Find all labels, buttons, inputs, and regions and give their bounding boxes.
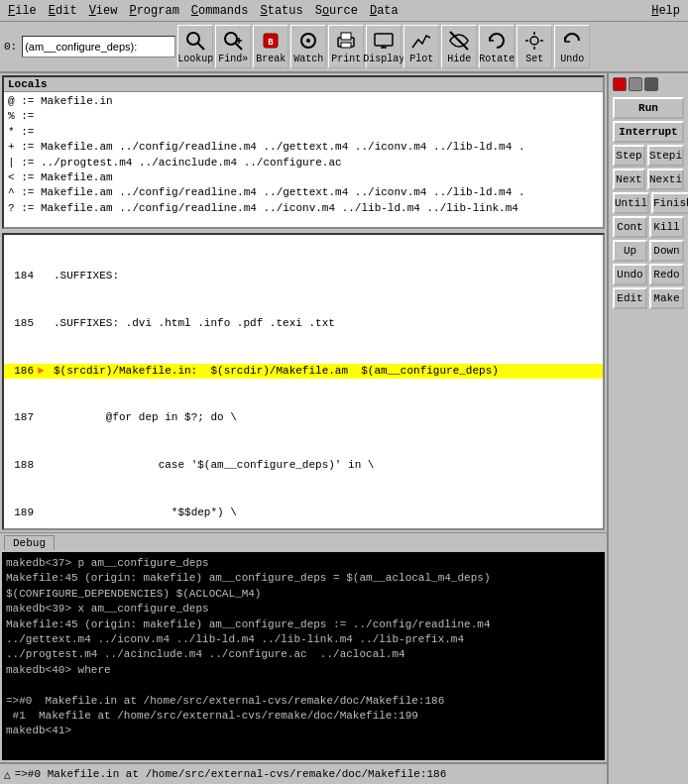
toolbar-lookup-label: Lookup (177, 54, 213, 64)
terminal-line: makedb<37> p am__configure_deps (6, 556, 601, 571)
stack-label: 0: (4, 41, 17, 53)
until-row: Until Finish (613, 192, 684, 214)
terminal-line: Makefile:45 (origin: makefile) am__confi… (6, 617, 601, 632)
menu-source[interactable]: Source (309, 2, 364, 20)
toolbar-undo-label: Undo (560, 54, 584, 64)
dot-gray (629, 77, 642, 91)
code-line-189: 189 *$$dep*) \ (4, 505, 603, 521)
toolbar-display-label: Display (363, 54, 404, 64)
svg-line-3 (235, 43, 242, 50)
watch-icon (296, 29, 320, 53)
toolbar-btn-print[interactable]: Print (328, 25, 364, 68)
stepi-button[interactable]: Stepi (647, 145, 684, 167)
make-button[interactable]: Make (649, 287, 684, 309)
terminal-line: $(CONFIGURE_DEPENDENCIES) $(ACLOCAL_M4) (6, 587, 601, 602)
list-item: % := (8, 109, 599, 124)
run-button[interactable]: Run (613, 97, 684, 119)
find-icon (221, 29, 245, 53)
up-button[interactable]: Up (613, 240, 647, 262)
set-icon (522, 29, 546, 53)
kill-button[interactable]: Kill (649, 216, 684, 238)
toolbar-btn-set[interactable]: Set (516, 25, 552, 68)
code-line-187: 187 @for dep in $?; do \ (4, 410, 603, 426)
editmake-row: Edit Make (613, 287, 684, 309)
code-panel[interactable]: 184 .SUFFIXES: 185 .SUFFIXES: .dvi .html… (2, 233, 605, 530)
toolbar-btn-watch[interactable]: Watch (290, 25, 326, 68)
locals-title: Locals (4, 77, 603, 92)
toolbar-btn-plot[interactable]: Plot (403, 25, 439, 68)
break-icon: B (259, 29, 283, 53)
menu-data[interactable]: Data (364, 2, 404, 20)
terminal-panel: makedb<37> p am__configure_deps Makefile… (2, 552, 605, 760)
list-item: ^ := Makefile.am ../config/readline.m4 .… (8, 185, 599, 200)
redo-button[interactable]: Redo (649, 264, 684, 285)
terminal-line: makedb<41> (6, 724, 601, 738)
interrupt-button[interactable]: Interrupt (613, 121, 684, 143)
left-panel: Locals @ := Makefile.in % := * := + := M… (0, 73, 607, 784)
toolbar-btn-display[interactable]: Display (366, 25, 401, 68)
terminal-line: ../gettext.m4 ../iconv.m4 ../lib-ld.m4 .… (6, 632, 601, 647)
list-item: + := Makefile.am ../config/readline.m4 .… (8, 140, 599, 155)
toolbar-btn-undo[interactable]: Undo (554, 25, 590, 68)
toolbar-btn-break[interactable]: B Break (253, 25, 288, 68)
toolbar-stack: 0: (4, 36, 175, 57)
edit-button[interactable]: Edit (613, 287, 647, 309)
menu-commands[interactable]: Commands (185, 2, 255, 20)
menu-file[interactable]: File (2, 2, 43, 20)
toolbar: 0: Lookup Find» B Break Watch Print (0, 22, 688, 73)
menu-view[interactable]: View (83, 2, 124, 20)
tab-debug[interactable]: Debug (4, 535, 55, 550)
cont-button[interactable]: Cont (613, 216, 647, 238)
toolbar-btn-lookup[interactable]: Lookup (177, 25, 213, 68)
menu-edit[interactable]: Edit (43, 2, 83, 20)
terminal-line: ../progtest.m4 ../acinclude.m4 ../config… (6, 647, 601, 662)
locals-content: @ := Makefile.in % := * := + := Makefile… (4, 92, 603, 218)
right-top-bar (613, 77, 684, 91)
toolbar-watch-label: Watch (293, 54, 323, 64)
code-line-185: 185 .SUFFIXES: .dvi .html .info .pdf .te… (4, 316, 603, 332)
menu-status[interactable]: Status (254, 2, 308, 20)
right-panel: Run Interrupt Step Stepi Next Nexti Unti… (607, 73, 688, 784)
code-line-184: 184 .SUFFIXES: (4, 269, 603, 284)
terminal-line: makedb<40> where (6, 663, 601, 678)
down-button[interactable]: Down (649, 240, 684, 262)
finish-button[interactable]: Finish (651, 192, 688, 214)
terminal-line: =>#0 Makefile.in at /home/src/external-c… (6, 694, 601, 709)
list-item: < := Makefile.am (8, 170, 599, 185)
toolbar-print-label: Print (331, 54, 361, 64)
menubar: File Edit View Program Commands Status S… (0, 0, 688, 22)
stack-dropdown[interactable] (22, 36, 175, 57)
status-arrow: △ (4, 768, 11, 781)
status-bar: △ =>#0 Makefile.in at /home/src/external… (0, 762, 607, 784)
list-item: ? := Makefile.am ../config/readline.m4 .… (8, 201, 599, 216)
print-icon (334, 29, 358, 53)
main-container: Locals @ := Makefile.in % := * := + := M… (0, 73, 688, 784)
debug-tab-bar: Debug (0, 532, 607, 550)
menu-program[interactable]: Program (123, 2, 184, 20)
hide-icon (447, 29, 471, 53)
dot-red (613, 77, 627, 91)
toolbar-btn-hide[interactable]: Hide (441, 25, 477, 68)
menu-help[interactable]: Help (645, 2, 686, 20)
step-row: Step Stepi (613, 145, 684, 167)
next-button[interactable]: Next (613, 168, 645, 190)
svg-rect-13 (375, 34, 393, 46)
undoredo-row: Undo Redo (613, 264, 684, 285)
toolbar-hide-label: Hide (447, 54, 471, 64)
list-item: * := (8, 125, 599, 140)
code-line-186: 186 ► $(srcdir)/Makefile.in: $(srcdir)/M… (4, 364, 603, 380)
svg-point-17 (530, 37, 538, 45)
nexti-button[interactable]: Nexti (647, 168, 684, 190)
until-button[interactable]: Until (613, 192, 649, 214)
toolbar-btn-rotate[interactable]: Rotate (479, 25, 515, 68)
dot-darkgray (644, 77, 658, 91)
terminal-line: makedb<39> x am__configure_deps (6, 602, 601, 616)
svg-text:B: B (269, 38, 275, 48)
toolbar-btn-find[interactable]: Find» (215, 25, 251, 68)
toolbar-set-label: Set (525, 54, 543, 64)
lookup-icon (183, 29, 207, 53)
locals-panel: Locals @ := Makefile.in % := * := + := M… (2, 75, 605, 229)
list-item: | := ../progtest.m4 ../acinclude.m4 ../c… (8, 156, 599, 170)
undo-button[interactable]: Undo (613, 264, 647, 285)
step-button[interactable]: Step (613, 145, 645, 167)
